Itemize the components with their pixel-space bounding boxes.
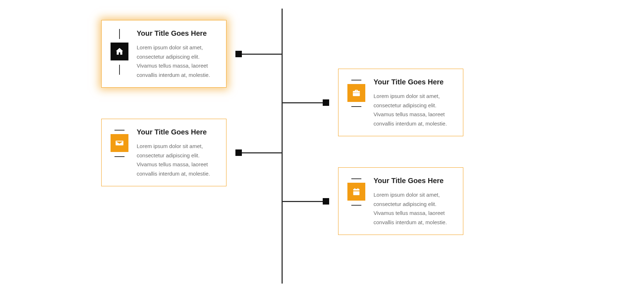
- timeline-card-3-title: Your Title Goes Here: [137, 128, 218, 137]
- timeline-card-1[interactable]: Your Title Goes Here Lorem ipsum dolor s…: [101, 20, 226, 88]
- decoration-tick: [351, 178, 361, 179]
- timeline-card-3[interactable]: Your Title Goes Here Lorem ipsum dolor s…: [101, 119, 226, 186]
- timeline-card-1-body: Lorem ipsum dolor sit amet, consectetur …: [137, 43, 218, 79]
- timeline-card-2-iconcol: [347, 78, 366, 108]
- briefcase-icon: [347, 84, 365, 102]
- timeline-card-1-title: Your Title Goes Here: [137, 29, 218, 38]
- decoration-tick: [114, 156, 125, 157]
- timeline-axis: [282, 9, 283, 284]
- timeline-card-2-title: Your Title Goes Here: [374, 78, 454, 87]
- calendar-icon: [347, 183, 365, 201]
- decoration-tick: [351, 205, 361, 206]
- timeline-connector-4: [283, 201, 329, 202]
- timeline-card-3-iconcol: [110, 128, 129, 158]
- timeline-stage: Your Title Goes Here Lorem ipsum dolor s…: [0, 0, 644, 290]
- timeline-connector-2: [283, 102, 329, 103]
- decoration-tick: [119, 29, 120, 39]
- home-icon: [111, 43, 128, 60]
- decoration-tick: [351, 80, 361, 80]
- timeline-connector-1: [235, 54, 282, 55]
- timeline-node-3: [235, 149, 242, 156]
- timeline-card-4-iconcol: [347, 176, 366, 207]
- timeline-card-1-iconcol: [110, 29, 129, 75]
- decoration-tick: [351, 106, 361, 107]
- timeline-card-4-title: Your Title Goes Here: [374, 176, 454, 185]
- timeline-card-2-body: Lorem ipsum dolor sit amet, consectetur …: [374, 92, 454, 128]
- timeline-card-2[interactable]: Your Title Goes Here Lorem ipsum dolor s…: [338, 69, 463, 136]
- timeline-node-4: [323, 198, 329, 205]
- timeline-card-4[interactable]: Your Title Goes Here Lorem ipsum dolor s…: [338, 167, 463, 235]
- decoration-tick: [119, 65, 120, 75]
- decoration-tick: [114, 130, 125, 131]
- timeline-card-3-body: Lorem ipsum dolor sit amet, consectetur …: [137, 142, 218, 178]
- timeline-card-4-body: Lorem ipsum dolor sit amet, consectetur …: [374, 190, 454, 227]
- envelope-icon: [111, 134, 128, 152]
- timeline-node-2: [323, 99, 329, 106]
- timeline-connector-3: [235, 152, 282, 153]
- timeline-node-1: [235, 51, 242, 57]
